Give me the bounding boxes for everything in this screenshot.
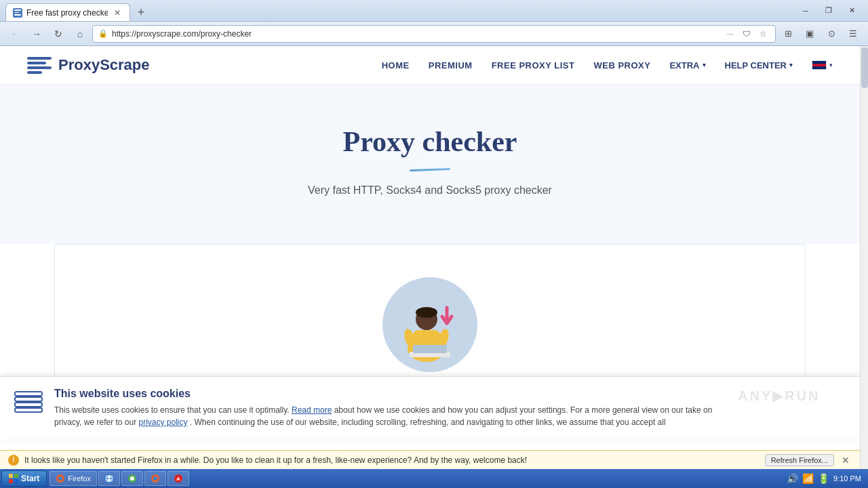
refresh-firefox-button[interactable]: Refresh Firefox... [765,454,834,466]
battery-icon: 🔋 [818,473,829,484]
taskbar-chrome[interactable] [121,471,143,486]
taskbar-items: Firefox A [47,471,192,486]
browser-right-controls: ⊞ ▣ ⊙ ☰ [778,24,863,43]
address-bar-icons: ··· 🛡 ☆ [724,27,770,41]
firefox-warning-icon: ! [8,455,19,466]
taskbar-ie[interactable] [98,471,120,486]
logo-text: ProxyScrape [58,56,150,74]
lock-icon: 🔒 [98,29,108,38]
person-illustration [376,270,484,379]
shield-icon[interactable]: 🛡 [740,27,753,41]
nav-premium[interactable]: PREMIUM [429,60,473,70]
cookie-banner: This website uses cookies This website u… [0,376,860,439]
cookie-text-area: This website uses cookies This website u… [54,388,727,428]
svg-rect-12 [15,408,42,412]
back-button[interactable]: ← [5,24,24,43]
taskbar-avast[interactable]: A [167,471,189,486]
sidebar-icon[interactable]: ▣ [800,24,819,43]
network-icon: 🔊 [787,473,798,484]
nav-web-proxy[interactable]: WEB PROXY [593,60,650,70]
svg-point-25 [153,476,157,481]
tab-favicon [13,8,22,18]
tab-title: Free fast proxy checker [26,8,108,18]
svg-rect-16 [14,479,18,483]
svg-rect-8 [413,345,447,353]
menu-icon[interactable]: ☰ [844,24,863,43]
svg-rect-14 [14,474,18,478]
chevron-down-icon: ▾ [829,62,833,68]
cookie-body-text-3: . When continuing the use of our website… [190,418,666,427]
site-nav: ProxyScrape HOME PREMIUM FREE PROXY LIST… [0,46,860,85]
hero-underline-decoration [410,168,450,171]
browser-controls: ← → ↻ ⌂ 🔒 https://proxyscrape.com/proxy-… [0,22,868,46]
logo-icon [27,54,52,76]
scrollbar-thumb[interactable] [861,47,868,88]
chrome-taskbar-icon [127,474,137,483]
firefox-notification-close[interactable]: ✕ [840,454,852,466]
browser-tab-active[interactable]: Free fast proxy checker ✕ [5,3,130,21]
language-selector[interactable]: ▾ [812,60,833,70]
reload-button[interactable]: ↻ [49,24,68,43]
taskbar: Start Firefox [0,469,868,488]
flag-uk-icon [812,60,827,70]
address-bar[interactable]: 🔒 https://proxyscrape.com/proxy-checker … [92,25,776,43]
close-button[interactable]: ✕ [841,3,863,19]
anyrun-watermark-area: ANY▶RUN [738,388,846,422]
forward-button[interactable]: → [27,24,46,43]
firefox-taskbar-icon [56,474,65,483]
avast-taskbar-icon: A [174,474,183,483]
svg-rect-11 [15,403,42,407]
volume-icon: 📶 [802,473,814,484]
svg-rect-9 [15,392,42,396]
nav-free-proxy-list[interactable]: FREE PROXY LIST [492,60,575,70]
svg-rect-13 [9,474,13,478]
nav-help-center-dropdown[interactable]: HELP CENTER ▾ [725,60,793,70]
svg-point-23 [130,476,134,481]
restore-button[interactable]: ❐ [818,3,840,19]
tab-close-button[interactable]: ✕ [112,7,123,18]
home-button[interactable]: ⌂ [71,24,90,43]
windows-start-icon [9,474,18,483]
svg-point-18 [58,476,62,481]
firefox2-taskbar-icon [151,474,160,483]
cookie-body-text-1: This website uses cookies to ensure that… [54,405,290,415]
systray: 🔊 📶 🔋 9:10 PM [787,473,867,484]
svg-rect-10 [15,397,42,401]
account-icon[interactable]: ⊙ [822,24,841,43]
browser-tabs: Free fast proxy checker ✕ + [5,0,151,21]
svg-point-3 [416,307,437,318]
cookie-banner-title: This website uses cookies [54,388,727,400]
start-label: Start [21,474,39,483]
url-text: https://proxyscrape.com/proxy-checker [112,29,719,39]
taskbar-firefox2[interactable] [144,471,166,486]
more-options-icon[interactable]: ··· [724,27,737,41]
firefox-notification-text: It looks like you haven't started Firefo… [24,455,760,465]
bookmarks-icon[interactable]: ⊞ [778,24,797,43]
taskbar-firefox[interactable]: Firefox [50,471,97,486]
cookie-read-more-link[interactable]: Read more [292,405,332,415]
cookie-banner-body: This website uses cookies to ensure that… [54,404,727,428]
ie-taskbar-icon [104,474,114,483]
new-tab-button[interactable]: + [132,3,151,21]
firefox-notification-bar: ! It looks like you haven't started Fire… [0,450,860,469]
minimize-button[interactable]: ─ [795,3,816,19]
window-controls: ─ ❐ ✕ [795,3,863,19]
anyrun-logo: ANY▶RUN [738,388,821,403]
scrollbar[interactable] [860,46,868,469]
browser-titlebar: Free fast proxy checker ✕ + ─ ❐ ✕ [0,0,868,22]
cookie-privacy-link[interactable]: privacy policy [139,418,188,427]
star-icon[interactable]: ☆ [756,27,770,41]
hero-section: Proxy checker Very fast HTTP, Socks4 and… [0,85,860,244]
nav-extra-dropdown[interactable]: EXTRA ▾ [669,60,705,70]
website-content: ProxyScrape HOME PREMIUM FREE PROXY LIST… [0,46,860,469]
nav-home[interactable]: HOME [382,60,410,70]
start-button[interactable]: Start [1,470,47,487]
svg-text:A: A [176,476,180,482]
svg-rect-15 [9,479,13,483]
chevron-down-icon: ▾ [703,62,706,68]
hero-subtitle: Very fast HTTP, Socks4 and Socks5 proxy … [27,184,833,197]
site-logo[interactable]: ProxyScrape [27,54,150,76]
hero-title: Proxy checker [27,125,833,158]
firefox-taskbar-label: Firefox [68,474,91,483]
cookie-icon [14,390,43,416]
